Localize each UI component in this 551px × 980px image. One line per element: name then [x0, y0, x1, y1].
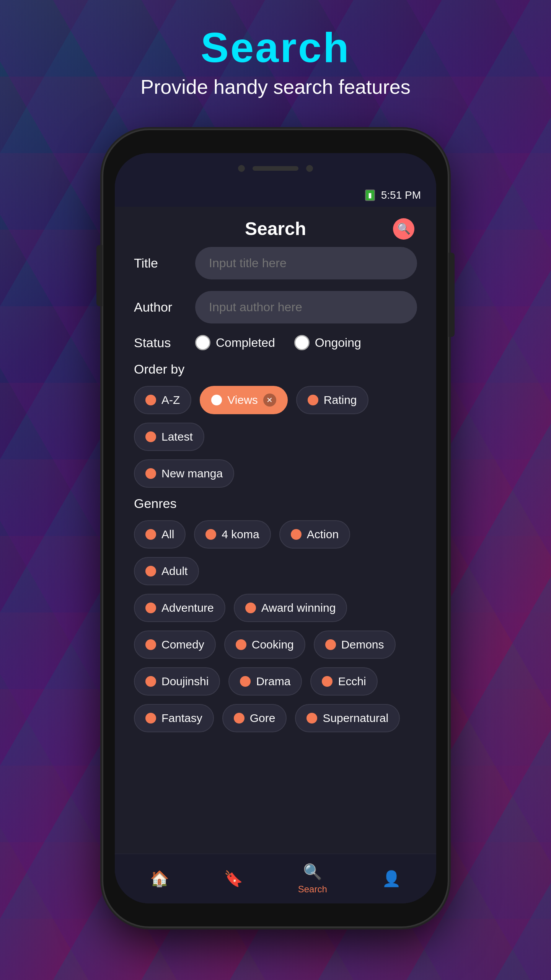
genre-chip-4koma[interactable]: 4 koma — [194, 520, 271, 549]
author-row: Author — [134, 291, 417, 323]
camera-dot-2 — [306, 165, 313, 172]
profile-icon: 👤 — [382, 870, 401, 888]
radio-completed-circle — [195, 335, 210, 350]
home-icon: 🏠 — [150, 870, 169, 888]
genre-chip-fantasy[interactable]: Fantasy — [134, 704, 214, 732]
chip-label-az: A-Z — [161, 394, 180, 407]
status-ongoing-label: Ongoing — [315, 336, 361, 350]
genre-dot-doujinshi — [145, 676, 156, 687]
chip-dot-latest — [145, 431, 156, 442]
genre-chip-demons[interactable]: Demons — [314, 630, 396, 659]
genre-chip-drama[interactable]: Drama — [228, 667, 302, 696]
speaker-bar — [253, 166, 298, 171]
app-content[interactable]: Search 🔍 Title Author Status — [115, 207, 436, 854]
genre-dot-ecchi — [322, 676, 333, 687]
phone-frame: ▮ 5:51 PM Search 🔍 Title Author — [103, 130, 448, 926]
genres-row3: Comedy Cooking Demons — [134, 630, 417, 659]
genre-chip-supernatural[interactable]: Supernatural — [295, 704, 400, 732]
status-ongoing-option[interactable]: Ongoing — [294, 335, 361, 350]
nav-profile[interactable]: 👤 — [370, 866, 412, 892]
genre-chip-doujinshi[interactable]: Doujinshi — [134, 667, 220, 696]
chip-label-views: Views — [227, 394, 258, 407]
genres-row4: Doujinshi Drama Ecchi — [134, 667, 417, 696]
title-row: Title — [134, 247, 417, 279]
chip-latest[interactable]: Latest — [134, 423, 204, 451]
genre-label-award-winning: Award winning — [261, 601, 336, 614]
genre-dot-supernatural — [306, 713, 317, 724]
genres-section: Genres All 4 koma Action — [134, 496, 417, 732]
genres-row2: Adventure Award winning — [134, 594, 417, 622]
genre-chip-award-winning[interactable]: Award winning — [234, 594, 347, 622]
genre-label-cooking: Cooking — [252, 638, 294, 651]
genres-row5: Fantasy Gore Supernatural — [134, 704, 417, 732]
genre-dot-fantasy — [145, 713, 156, 724]
author-label: Author — [134, 300, 195, 315]
radio-ongoing-circle — [294, 335, 310, 350]
genre-dot-demons — [325, 639, 336, 650]
genre-dot-cooking — [236, 639, 246, 650]
phone-notch — [115, 153, 436, 184]
genre-label-fantasy: Fantasy — [161, 712, 202, 725]
app-header: Search 🔍 — [134, 207, 417, 247]
genre-label-gore: Gore — [250, 712, 276, 725]
genre-chip-action[interactable]: Action — [279, 520, 350, 549]
genre-label-adventure: Adventure — [161, 601, 214, 614]
status-time: 5:51 PM — [381, 189, 421, 201]
chip-label-latest: Latest — [161, 430, 193, 443]
genre-label-adult: Adult — [161, 565, 187, 578]
search-icon-button[interactable]: 🔍 — [390, 216, 417, 242]
author-input[interactable] — [195, 291, 417, 323]
chip-label-rating: Rating — [324, 394, 357, 407]
camera-dot-1 — [238, 165, 245, 172]
bottom-nav: 🏠 🔖 🔍 Search 👤 — [115, 854, 436, 903]
genre-label-action: Action — [307, 528, 339, 541]
chip-az[interactable]: A-Z — [134, 386, 191, 414]
chip-views[interactable]: Views ✕ — [200, 386, 287, 414]
page-title: Search — [0, 23, 551, 72]
chip-dot-new-manga — [145, 468, 156, 479]
genre-chip-all[interactable]: All — [134, 520, 186, 549]
chip-new-manga[interactable]: New manga — [134, 459, 234, 488]
chip-dot-views — [211, 395, 222, 405]
genre-dot-award-winning — [245, 603, 256, 613]
page-header: Search Provide handy search features — [0, 0, 551, 98]
nav-bookmarks[interactable]: 🔖 — [212, 866, 254, 892]
genres-row1: All 4 koma Action Adult — [134, 520, 417, 585]
genre-chip-ecchi[interactable]: Ecchi — [310, 667, 377, 696]
title-input[interactable] — [195, 247, 417, 279]
genre-chip-gore[interactable]: Gore — [222, 704, 287, 732]
genre-label-drama: Drama — [256, 675, 290, 688]
search-nav-label: Search — [298, 884, 327, 895]
genre-label-comedy: Comedy — [161, 638, 204, 651]
status-label: Status — [134, 335, 195, 350]
search-icon: 🔍 — [393, 218, 414, 240]
camera-area — [238, 165, 313, 172]
order-by-section: Order by A-Z Views ✕ — [134, 362, 417, 488]
genre-chip-comedy[interactable]: Comedy — [134, 630, 216, 659]
genre-chip-cooking[interactable]: Cooking — [224, 630, 305, 659]
status-completed-option[interactable]: Completed — [195, 335, 275, 350]
status-row: Status Completed Ongoing — [134, 335, 417, 350]
order-by-label: Order by — [134, 362, 417, 377]
chip-label-new-manga: New manga — [161, 467, 223, 480]
status-completed-label: Completed — [216, 336, 275, 350]
genre-dot-adventure — [145, 603, 156, 613]
bookmark-icon: 🔖 — [224, 870, 243, 888]
order-by-chips-row1: A-Z Views ✕ Rating — [134, 386, 417, 451]
genres-label: Genres — [134, 496, 417, 511]
genre-label-all: All — [161, 528, 174, 541]
nav-search[interactable]: 🔍 Search — [287, 859, 339, 898]
chip-rating[interactable]: Rating — [296, 386, 368, 414]
status-radio-group: Completed Ongoing — [195, 335, 361, 350]
battery-icon: ▮ — [365, 189, 375, 201]
genre-chip-adventure[interactable]: Adventure — [134, 594, 225, 622]
genre-dot-comedy — [145, 639, 156, 650]
page-subtitle: Provide handy search features — [0, 75, 551, 98]
genre-label-demons: Demons — [341, 638, 384, 651]
nav-home[interactable]: 🏠 — [139, 866, 181, 892]
chip-close-views[interactable]: ✕ — [263, 394, 276, 407]
chip-dot-az — [145, 395, 156, 405]
genre-chip-adult[interactable]: Adult — [134, 557, 199, 585]
title-label: Title — [134, 256, 195, 271]
genre-label-supernatural: Supernatural — [323, 712, 388, 725]
